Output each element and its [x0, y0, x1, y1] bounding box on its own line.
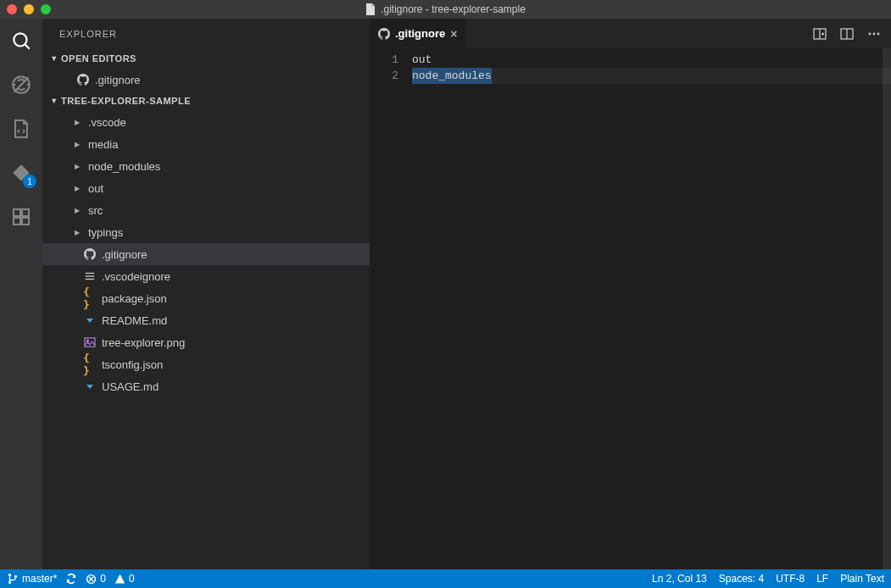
minimize-window-button[interactable]: [24, 4, 34, 14]
branch-name: master*: [22, 573, 57, 585]
language-mode-status[interactable]: Plain Text: [840, 573, 884, 585]
open-editor-name: .gitignore: [95, 74, 140, 86]
scm-activity-icon[interactable]: 1: [9, 161, 33, 185]
file-name: USAGE.md: [102, 380, 159, 393]
explorer-activity-icon[interactable]: [9, 29, 33, 53]
chevron-right-icon: ▶: [71, 229, 83, 236]
line-number: 2: [370, 68, 398, 84]
eol-status[interactable]: LF: [816, 573, 828, 585]
folder-item[interactable]: ▶out: [42, 177, 370, 199]
svg-point-12: [86, 340, 88, 341]
chevron-right-icon: ▶: [71, 141, 83, 148]
editor-body[interactable]: 1 2 out node_modules: [370, 48, 891, 569]
window-title: .gitignore - tree-explorer-sample: [381, 3, 526, 15]
cursor-position-status[interactable]: Ln 2, Col 13: [652, 573, 707, 585]
file-icon: [365, 3, 376, 15]
svg-point-23: [14, 575, 17, 578]
zoom-window-button[interactable]: [41, 4, 51, 14]
svg-line-1: [25, 44, 29, 48]
file-item[interactable]: { }tsconfig.json: [42, 353, 370, 375]
editor-tab-bar: .gitignore ×: [370, 19, 891, 48]
arrow-icon: [83, 380, 97, 392]
file-name: package.json: [102, 292, 167, 305]
split-editor-icon[interactable]: [840, 27, 854, 41]
arrow-icon: [83, 314, 97, 326]
sync-status[interactable]: [65, 573, 77, 585]
svg-rect-6: [14, 218, 20, 225]
file-name: tsconfig.json: [102, 358, 163, 371]
warnings-status[interactable]: 0: [114, 573, 135, 585]
code-lines[interactable]: out node_modules: [412, 48, 891, 569]
editor-tab[interactable]: .gitignore ×: [370, 19, 466, 48]
git-icon: [76, 74, 90, 86]
folder-item[interactable]: ▶node_modules: [42, 155, 370, 177]
error-count: 0: [100, 573, 106, 585]
svg-point-22: [8, 581, 11, 584]
line-number: 1: [370, 52, 398, 68]
close-tab-icon[interactable]: ×: [450, 27, 457, 41]
errors-status[interactable]: 0: [86, 573, 106, 585]
encoding-status[interactable]: UTF-8: [776, 573, 805, 585]
file-item[interactable]: { }package.json: [42, 287, 370, 309]
svg-rect-5: [22, 209, 29, 216]
window-controls: [0, 4, 51, 14]
chevron-down-icon: ▼: [47, 54, 61, 63]
chevron-right-icon: ▶: [71, 185, 83, 192]
split-preview-icon[interactable]: [813, 27, 827, 41]
file-item[interactable]: tree-explorer.png: [42, 331, 370, 353]
chevron-right-icon: ▶: [71, 163, 83, 170]
svg-point-19: [873, 32, 876, 35]
folder-name: out: [88, 182, 103, 195]
line-number-gutter: 1 2: [370, 48, 412, 569]
code-line[interactable]: out: [412, 52, 891, 68]
file-name: README.md: [102, 314, 167, 327]
svg-rect-4: [14, 209, 20, 216]
file-item[interactable]: README.md: [42, 309, 370, 331]
folder-item[interactable]: ▶src: [42, 199, 370, 221]
svg-point-18: [869, 32, 872, 35]
svg-point-21: [8, 574, 11, 576]
chevron-down-icon: ▼: [47, 97, 61, 105]
sidebar-title: EXPLORER: [42, 19, 370, 48]
file-name: .gitignore: [102, 248, 147, 261]
extensions-activity-icon[interactable]: [9, 205, 33, 229]
status-bar: master* 0 0 Ln 2, Col 13 Spaces: 4 UTF-8…: [0, 569, 891, 588]
folder-item[interactable]: ▶.vscode: [42, 111, 370, 133]
editor-area: .gitignore × 1 2 out: [370, 19, 891, 569]
folder-name: src: [88, 204, 103, 217]
code-line[interactable]: node_modules: [412, 68, 891, 84]
svg-rect-11: [85, 338, 95, 347]
lines-icon: [83, 270, 97, 282]
folder-item[interactable]: ▶media: [42, 133, 370, 155]
folder-item[interactable]: ▶typings: [42, 221, 370, 243]
file-name: tree-explorer.png: [102, 336, 185, 349]
folder-name: .vscode: [88, 116, 126, 129]
git-icon: [378, 28, 390, 40]
svg-rect-7: [22, 218, 29, 225]
open-editors-section-header[interactable]: ▼ OPEN EDITORS: [42, 48, 370, 69]
svg-point-15: [821, 32, 824, 35]
activity-bar: 1: [0, 19, 42, 569]
image-icon: [83, 337, 97, 347]
chevron-right-icon: ▶: [71, 207, 83, 214]
file-activity-icon[interactable]: [9, 117, 33, 141]
debug-disabled-icon[interactable]: [9, 73, 33, 97]
window-titlebar: .gitignore - tree-explorer-sample: [0, 0, 891, 19]
project-section-header[interactable]: ▼ TREE-EXPLORER-SAMPLE: [42, 91, 370, 111]
svg-point-0: [14, 33, 26, 46]
project-label: TREE-EXPLORER-SAMPLE: [61, 96, 191, 106]
indentation-status[interactable]: Spaces: 4: [719, 573, 764, 585]
file-item[interactable]: .gitignore: [42, 243, 370, 265]
git-branch-status[interactable]: master*: [7, 573, 57, 585]
more-actions-icon[interactable]: [867, 27, 881, 41]
svg-point-20: [877, 32, 880, 35]
open-editors-label: OPEN EDITORS: [61, 53, 136, 64]
vertical-scrollbar[interactable]: [883, 48, 891, 569]
file-item[interactable]: USAGE.md: [42, 375, 370, 397]
open-editor-item[interactable]: .gitignore: [42, 69, 370, 91]
tab-label: .gitignore: [395, 27, 445, 40]
braces-icon: { }: [83, 352, 97, 377]
file-item[interactable]: .vscodeignore: [42, 265, 370, 287]
close-window-button[interactable]: [7, 4, 17, 14]
chevron-right-icon: ▶: [71, 119, 83, 126]
